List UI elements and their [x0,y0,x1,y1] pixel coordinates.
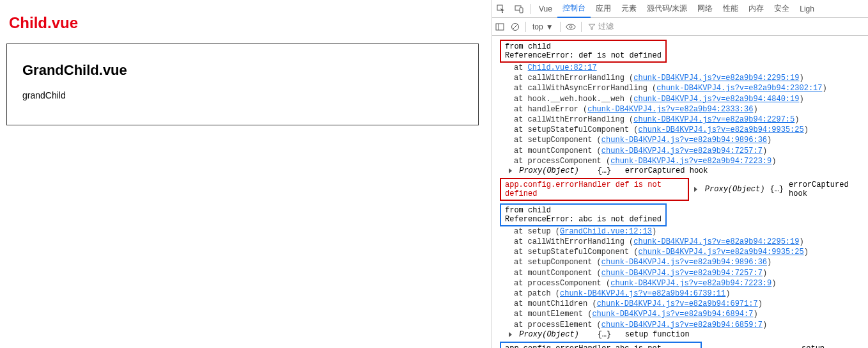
device-toggle-icon[interactable] [514,4,524,14]
source-link[interactable]: chunk-DB4KVPJ4.js?v=e82a9b94:6894:7 [592,310,753,319]
highlighted-error-blue: from child ReferenceError: abc is not de… [500,203,667,226]
source-link[interactable]: chunk-DB4KVPJ4.js?v=e82a9b94:7257:7 [601,146,763,155]
live-expression-icon[interactable] [563,19,578,35]
highlighted-error-red: app.config.errorHandler def is not defin… [500,178,689,201]
console-message: from child ReferenceError: abc is not de… [495,203,865,339]
source-link[interactable]: chunk-DB4KVPJ4.js?v=e82a9b94:6739:11 [560,289,725,298]
child-component-title: Child.vue [9,14,483,32]
stack-trace: at Child.vue:82:17 at callWithErrorHandl… [495,63,865,166]
disclosure-triangle-icon [509,168,512,173]
chevron-down-icon: ▼ [546,22,554,31]
source-link[interactable]: GrandChild.vue:12:13 [560,227,652,236]
source-link[interactable]: chunk-DB4KVPJ4.js?v=e82a9b94:2333:36 [587,105,753,114]
grandchild-text: grandChild [22,90,463,100]
disclosure-triangle-icon [509,332,512,337]
console-output: from child ReferenceError: def is not de… [492,36,868,348]
devtools-panel: Vue 控制台 应用 元素 源代码/来源 网络 性能 内存 安全 Ligh to… [492,0,868,348]
tab-elements[interactable]: 元素 [616,0,642,18]
inspect-icon[interactable] [496,4,506,14]
context-selector[interactable]: top ▼ [529,22,557,31]
error-message: ReferenceError: def is not defined [505,51,662,60]
source-link[interactable]: chunk-DB4KVPJ4.js?v=e82a9b94:6971:7 [597,299,758,308]
highlighted-error-blue: app.config.errorHandler abc is not defin… [500,342,702,348]
highlighted-error-red: from child ReferenceError: def is not de… [500,40,667,63]
grandchild-box: GrandChild.vue grandChild [6,44,479,125]
toggle-sidebar-icon[interactable] [492,19,508,35]
error-message: ReferenceError: abc is not defined [505,215,662,224]
source-link[interactable]: chunk-DB4KVPJ4.js?v=e82a9b94:4840:19 [633,95,799,104]
tab-security[interactable]: 安全 [769,0,794,18]
tab-sources[interactable]: 源代码/来源 [642,0,692,18]
stack-trace: at setup (GrandChild.vue:12:13) at callW… [495,226,865,330]
source-link[interactable]: chunk-DB4KVPJ4.js?v=e82a9b94:9896:36 [601,258,767,267]
console-toolbar: top ▼ 过滤 [492,18,868,36]
object-expandable[interactable]: Proxy(Object) {…} setup function [495,330,865,339]
source-link[interactable]: chunk-DB4KVPJ4.js?v=e82a9b94:9896:36 [601,136,767,145]
console-message: app.config.errorHandler abc is not defin… [500,342,865,348]
source-link[interactable]: chunk-DB4KVPJ4.js?v=e82a9b94:2297:5 [633,115,794,124]
source-link[interactable]: chunk-DB4KVPJ4.js?v=e82a9b94:6859:7 [601,320,763,329]
source-link[interactable]: chunk-DB4KVPJ4.js?v=e82a9b94:7223:9 [610,279,771,288]
source-link[interactable]: chunk-DB4KVPJ4.js?v=e82a9b94:7257:7 [601,269,763,278]
tab-application[interactable]: 应用 [591,0,616,18]
tab-console[interactable]: 控制台 [557,0,591,18]
svg-rect-2 [520,8,523,13]
source-link[interactable]: chunk-DB4KVPJ4.js?v=e82a9b94:7223:9 [610,157,771,166]
divider [581,22,582,32]
source-link[interactable]: chunk-DB4KVPJ4.js?v=e82a9b94:9935:25 [638,248,803,257]
svg-line-6 [513,24,518,29]
clear-console-icon[interactable] [508,19,523,35]
devtools-tabs: Vue 控制台 应用 元素 源代码/来源 网络 性能 内存 安全 Ligh [492,0,868,18]
disclosure-triangle-icon[interactable] [694,187,697,192]
console-message: app.config.errorHandler def is not defin… [500,178,865,201]
grandchild-title: GrandChild.vue [22,62,463,79]
source-link[interactable]: Child.vue:82:17 [528,63,597,72]
page-content: Child.vue GrandChild.vue grandChild [0,0,492,348]
tab-lighthouse[interactable]: Ligh [794,0,819,18]
tab-performance[interactable]: 性能 [718,0,743,18]
divider [525,22,526,32]
source-link[interactable]: chunk-DB4KVPJ4.js?v=e82a9b94:2295:19 [633,237,799,246]
tab-vue[interactable]: Vue [534,0,557,18]
tab-network[interactable]: 网络 [692,0,718,18]
divider [560,22,561,32]
object-expandable[interactable]: Proxy(Object) {…} errorCaptured hook [495,166,865,175]
error-origin: from child [505,206,662,215]
svg-point-7 [566,24,575,29]
console-message: from child ReferenceError: def is not de… [495,40,865,175]
source-link[interactable]: chunk-DB4KVPJ4.js?v=e82a9b94:2295:19 [633,74,799,83]
tab-memory[interactable]: 内存 [743,0,769,18]
filter-input[interactable]: 过滤 [584,21,614,32]
filter-icon [588,24,596,30]
error-origin: from child [505,42,662,51]
source-link[interactable]: chunk-DB4KVPJ4.js?v=e82a9b94:9935:25 [638,125,803,134]
divider [531,4,531,14]
context-label: top [532,22,543,31]
svg-rect-3 [496,24,504,30]
svg-point-8 [570,26,572,28]
filter-placeholder: 过滤 [598,21,614,32]
source-link[interactable]: chunk-DB4KVPJ4.js?v=e82a9b94:2302:17 [656,84,822,93]
